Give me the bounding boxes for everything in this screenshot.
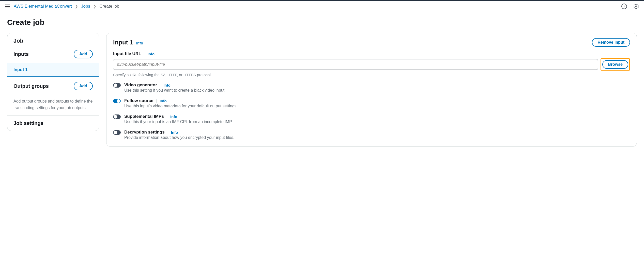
panel-info-link[interactable]: Info [136, 41, 143, 45]
video-generator-info[interactable]: Info [163, 83, 171, 87]
svg-marker-0 [634, 4, 638, 9]
input-panel: Input 1 Info Remove input Input file URL… [106, 33, 637, 147]
follow-source-info[interactable]: Info [160, 99, 167, 103]
svg-point-1 [636, 6, 637, 7]
breadcrumb-bar: AWS Elemental MediaConvert ❯ Jobs ❯ Crea… [0, 1, 644, 12]
sidebar-item-input-1[interactable]: Input 1 [7, 63, 99, 77]
input-file-url-label: Input file URL [113, 51, 141, 56]
job-sidebar: Job Inputs Add Input 1 Output groups Add… [7, 33, 99, 131]
sidebar-output-groups-label: Output groups [13, 83, 49, 89]
output-groups-help: Add output groups and outputs to define … [7, 95, 99, 116]
video-generator-label: Video generator [124, 82, 157, 88]
video-generator-toggle[interactable] [113, 83, 121, 88]
input-file-url-help: Specify a URL following the S3, HTTP, or… [113, 73, 630, 77]
add-input-button[interactable]: Add [74, 50, 93, 58]
follow-source-desc: Use this input's video metadata for your… [124, 104, 630, 108]
breadcrumb-current: Create job [99, 4, 119, 9]
supplemental-imps-label: Supplemental IMPs [124, 114, 164, 119]
security-icon[interactable] [633, 4, 639, 9]
panel-title: Input 1 [113, 39, 133, 46]
follow-source-toggle[interactable] [113, 99, 121, 103]
decryption-settings-info[interactable]: Info [171, 130, 178, 135]
decryption-settings-desc: Provide information about how you encryp… [124, 135, 630, 140]
decryption-settings-label: Decryption settings [124, 130, 165, 135]
sidebar-job-label: Job [13, 38, 93, 44]
info-icon[interactable]: i [621, 4, 627, 9]
decryption-settings-toggle[interactable] [113, 130, 121, 135]
input-file-url-info[interactable]: Info [147, 52, 155, 56]
menu-icon[interactable] [5, 5, 10, 8]
browse-highlight: Browse [601, 58, 630, 71]
breadcrumb-jobs[interactable]: Jobs [81, 4, 90, 9]
sidebar-job-settings-label: Job settings [13, 120, 93, 126]
page-title: Create job [7, 18, 637, 27]
breadcrumb-service[interactable]: AWS Elemental MediaConvert [14, 4, 72, 9]
chevron-right-icon: ❯ [75, 4, 78, 8]
supplemental-imps-desc: Use this if your input is an IMF CPL fro… [124, 120, 630, 124]
remove-input-button[interactable]: Remove input [592, 38, 630, 47]
chevron-right-icon: ❯ [93, 4, 96, 8]
browse-button[interactable]: Browse [602, 60, 628, 69]
video-generator-desc: Use this setting if you want to create a… [124, 88, 630, 93]
follow-source-label: Follow source [124, 98, 153, 103]
supplemental-imps-info[interactable]: Info [170, 114, 177, 119]
supplemental-imps-toggle[interactable] [113, 114, 121, 119]
input-file-url-field[interactable] [113, 59, 598, 70]
sidebar-inputs-label: Inputs [13, 51, 29, 57]
add-output-group-button[interactable]: Add [74, 82, 93, 90]
breadcrumb: AWS Elemental MediaConvert ❯ Jobs ❯ Crea… [14, 4, 618, 9]
